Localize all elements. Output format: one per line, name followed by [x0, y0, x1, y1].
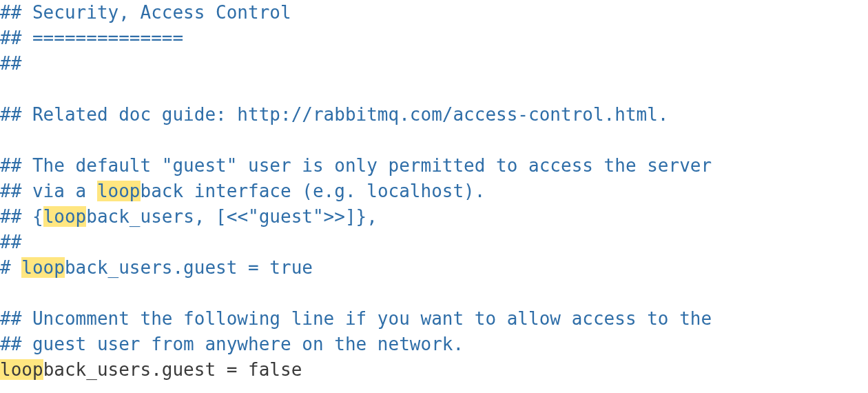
code-text: back_users.guest = false [43, 359, 302, 380]
config-file-view[interactable]: ## Security, Access Control ## =========… [0, 0, 868, 383]
code-line: ## Related doc guide: http://rabbitmq.co… [0, 104, 669, 125]
code-line: # loopback_users.guest = true [0, 257, 313, 278]
code-line: loopback_users.guest = false [0, 359, 302, 380]
code-line: ## {loopback_users, [<<"guest">>]}, [0, 206, 378, 227]
search-highlight: loop [97, 181, 141, 201]
code-line: ## guest user from anywhere on the netwo… [0, 334, 464, 354]
search-highlight: loop [0, 359, 43, 380]
code-line: ## [0, 232, 21, 252]
code-text: back_users.guest = true [65, 257, 313, 278]
code-text: back_users, [<<"guest">>]}, [86, 206, 378, 227]
search-highlight: loop [21, 257, 65, 278]
code-line: ## Uncomment the following line if you w… [0, 308, 712, 329]
code-line: ## via a loopback interface (e.g. localh… [0, 181, 485, 201]
code-line: ## Security, Access Control [0, 2, 291, 23]
code-line: ## [0, 53, 21, 74]
search-highlight: loop [43, 206, 87, 227]
code-text: ## { [0, 206, 43, 227]
code-line: ## The default "guest" user is only perm… [0, 155, 712, 176]
code-text: back interface (e.g. localhost). [141, 181, 486, 201]
code-line: ## ============== [0, 28, 183, 48]
code-text: ## via a [0, 181, 97, 201]
code-text: # [0, 257, 21, 278]
